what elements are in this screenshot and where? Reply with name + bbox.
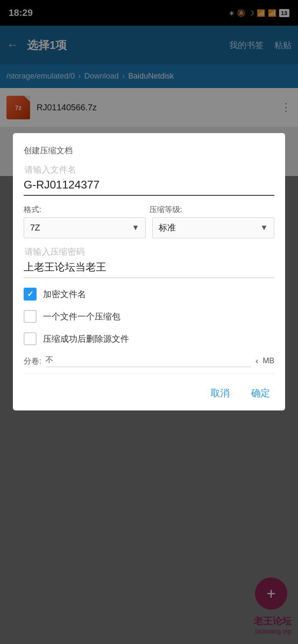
volume-row: 分卷: 不 ‹ MB <box>24 355 274 374</box>
format-label: 格式: <box>24 204 149 215</box>
password-input[interactable]: 上老王论坛当老王 <box>24 260 274 278</box>
volume-unit: MB <box>263 356 274 365</box>
format-value: 7Z <box>30 223 40 233</box>
password-placeholder: 请输入压缩密码 <box>24 246 274 258</box>
encrypt-filename-label: 加密文件名 <box>43 289 86 300</box>
create-archive-dialog: 创建压缩文档 请输入文件名 G-RJ01124377 格式: 压缩等级: 7Z … <box>13 133 285 410</box>
encrypt-filename-checkbox[interactable] <box>24 288 37 301</box>
one-file-one-zip-row[interactable]: 一个文件一个压缩包 <box>24 310 274 323</box>
delete-after-compress-row[interactable]: 压缩成功后删除源文件 <box>24 332 274 345</box>
level-value: 标准 <box>159 222 176 234</box>
dialog-title: 创建压缩文档 <box>24 145 274 156</box>
volume-arrow[interactable]: ‹ <box>255 356 258 366</box>
format-dropdown-arrow: ▼ <box>132 223 139 232</box>
dropdowns-labels: 格式: 压缩等级: <box>24 204 274 215</box>
level-dropdown[interactable]: 标准 ▼ <box>152 217 274 238</box>
delete-after-compress-checkbox[interactable] <box>24 332 37 345</box>
encrypt-filename-row[interactable]: 加密文件名 <box>24 288 274 301</box>
dialog-buttons: 取消 确定 <box>24 385 274 402</box>
confirm-button[interactable]: 确定 <box>247 385 274 402</box>
one-file-one-zip-checkbox[interactable] <box>24 310 37 323</box>
filename-input[interactable]: G-RJ01124377 <box>24 178 274 196</box>
level-label: 压缩等级: <box>149 204 275 215</box>
format-dropdown[interactable]: 7Z ▼ <box>24 217 146 238</box>
one-file-one-zip-label: 一个文件一个压缩包 <box>43 311 120 322</box>
filename-placeholder: 请输入文件名 <box>24 164 274 176</box>
volume-input[interactable]: 不 <box>46 355 251 367</box>
level-dropdown-arrow: ▼ <box>260 223 268 232</box>
volume-label: 分卷: <box>24 356 41 366</box>
dropdowns-row: 7Z ▼ 标准 ▼ <box>24 217 274 238</box>
cancel-button[interactable]: 取消 <box>206 385 234 402</box>
delete-after-compress-label: 压缩成功后删除源文件 <box>43 333 129 345</box>
